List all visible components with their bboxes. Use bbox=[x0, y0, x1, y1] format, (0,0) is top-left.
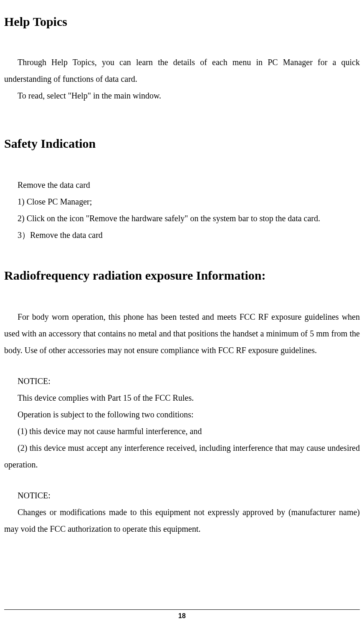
safety-line-4: 3）Remove the data card bbox=[4, 227, 360, 243]
notice-1-line-2: Operation is subject to the following tw… bbox=[4, 406, 360, 423]
safety-line-2: 1) Close PC Manager; bbox=[4, 193, 360, 210]
notice-2-paragraph: Changes or modifications made to this eq… bbox=[4, 504, 360, 537]
page-footer: 18 bbox=[4, 609, 360, 620]
notice-1-line-1: This device complies with Part 15 of the… bbox=[4, 389, 360, 406]
safety-line-3: 2) Click on the icon "Remove the hardwar… bbox=[4, 210, 360, 227]
help-topics-paragraph-2: To read, select "Help" in the main windo… bbox=[4, 87, 360, 104]
notice-2-label: NOTICE: bbox=[4, 487, 360, 504]
notice-1-line-3: (1) this device may not cause harmful in… bbox=[4, 423, 360, 440]
page-number: 18 bbox=[178, 612, 186, 619]
safety-line-1: Remove the data card bbox=[4, 177, 360, 193]
notice-1-line-4: (2) this device must accept any interfer… bbox=[4, 440, 360, 473]
rf-paragraph-1: For body worn operation, this phone has … bbox=[4, 308, 360, 359]
heading-safety-indication: Safety Indication bbox=[4, 136, 360, 151]
notice-1-label: NOTICE: bbox=[4, 373, 360, 389]
heading-radiofrequency: Radiofrequency radiation exposure Inform… bbox=[4, 268, 360, 283]
help-topics-paragraph-1: Through Help Topics, you can learn the d… bbox=[4, 54, 360, 87]
heading-help-topics: Help Topics bbox=[4, 15, 360, 29]
